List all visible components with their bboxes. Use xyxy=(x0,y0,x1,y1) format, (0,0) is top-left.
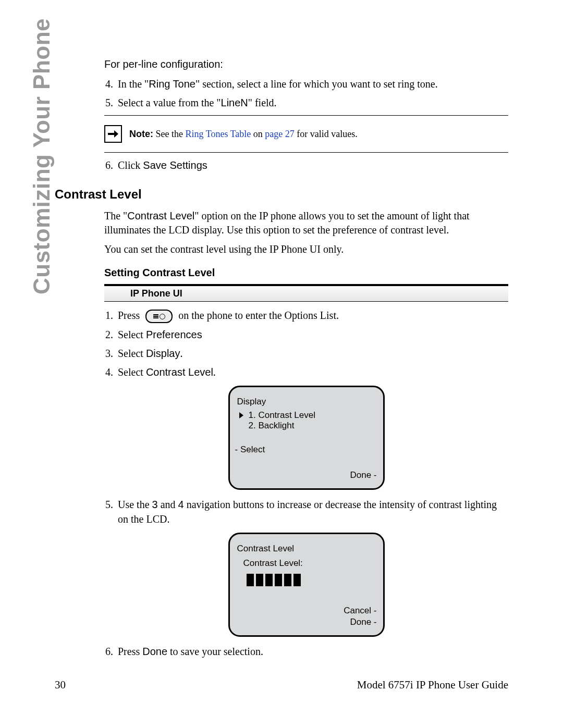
step-6: Click Save Settings xyxy=(116,158,508,172)
text: 1. Contrast Level xyxy=(249,410,316,421)
lcd-title: Contrast Level xyxy=(237,544,376,554)
document-page: Customizing Your Phone For per-line conf… xyxy=(0,0,563,728)
note-label: Note: xyxy=(129,129,153,139)
step-b3: Select Display. xyxy=(116,346,508,361)
text: The " xyxy=(104,210,127,221)
steps-list-a: In the "Ring Tone" section, select a lin… xyxy=(104,77,508,110)
heading-setting-contrast: Setting Contrast Level xyxy=(104,267,508,279)
ui-term-ring-tone: Ring Tone xyxy=(149,78,195,90)
per-line-intro: For per-line configuration: xyxy=(104,57,508,71)
text: . xyxy=(213,366,216,378)
text: Select a value from the " xyxy=(118,97,221,108)
ui-term-linen: LineN xyxy=(221,97,248,108)
ui-term-save-settings: Save Settings xyxy=(143,159,207,171)
steps-list-b3: Press Done to save your selection. xyxy=(104,644,508,659)
text: Click xyxy=(118,159,143,171)
ui-term-contrast-level: Contrast Level xyxy=(127,210,194,221)
step-b5: Use the 3 and 4 navigation buttons to in… xyxy=(116,497,508,526)
link-ring-tones-table[interactable]: Ring Tones Table xyxy=(185,129,251,139)
step-4: In the "Ring Tone" section, select a lin… xyxy=(116,77,508,91)
text: Select xyxy=(118,348,146,359)
step-b2: Select Preferences xyxy=(116,327,508,342)
contrast-bars-icon xyxy=(247,574,376,586)
lcd-title: Display xyxy=(237,397,376,407)
steps-list-b2: Use the 3 and 4 navigation buttons to in… xyxy=(104,497,508,526)
link-page-27[interactable]: page 27 xyxy=(265,129,294,139)
ui-term-preferences: Preferences xyxy=(146,329,202,340)
text: and xyxy=(158,499,178,510)
text: Select xyxy=(118,329,146,340)
lcd-right-options: Cancel - Done - xyxy=(344,605,376,628)
nav-key-4: 4 xyxy=(178,499,184,510)
side-chapter-title: Customizing Your Phone xyxy=(29,18,55,294)
step-b1: Press on the phone to enter the Options … xyxy=(116,308,508,323)
nav-key-3: 3 xyxy=(152,499,158,510)
lcd-contrast-level: Contrast Level Contrast Level: Cancel - … xyxy=(228,533,385,637)
divider xyxy=(104,152,508,153)
lcd-select: - Select xyxy=(235,445,265,455)
main-content: For per-line configuration: In the "Ring… xyxy=(55,57,508,663)
contrast-para-2: You can set the contrast level using the… xyxy=(104,242,508,256)
text: on the phone to enter the Options List. xyxy=(176,310,339,321)
text: Press xyxy=(118,646,142,657)
note-text: Note: See the Ring Tones Table on page 2… xyxy=(129,129,358,140)
ui-term-done: Done xyxy=(142,646,167,657)
lcd-cancel: Cancel - xyxy=(344,605,376,616)
text: In the " xyxy=(118,78,149,90)
lcd-done: Done - xyxy=(344,616,376,628)
step-b6: Press Done to save your selection. xyxy=(116,644,508,659)
text: to save your selection. xyxy=(167,646,263,657)
ui-term-contrast-level: Contrast Level xyxy=(146,366,213,378)
divider xyxy=(104,115,508,116)
lcd-display-menu: Display 1. Contrast Level 2. Backlight -… xyxy=(228,386,385,490)
guide-title: Model 6757i IP Phone User Guide xyxy=(357,678,508,692)
steps-list-b: Press on the phone to enter the Options … xyxy=(104,308,508,379)
options-button-icon xyxy=(145,310,173,323)
lcd-item-1: 1. Contrast Level xyxy=(237,410,376,421)
lcd-done: Done - xyxy=(350,470,376,481)
heading-contrast-level: Contrast Level xyxy=(55,187,508,202)
lcd-label: Contrast Level: xyxy=(237,558,376,569)
text: Done - xyxy=(350,470,376,481)
ip-phone-ui-bar: IP Phone UI xyxy=(104,284,508,302)
text: . xyxy=(180,348,182,359)
lcd-item-2: 2. Backlight xyxy=(237,421,376,431)
note-block: Note: See the Ring Tones Table on page 2… xyxy=(104,121,508,147)
contrast-para-1: The "Contrast Level" option on the IP ph… xyxy=(104,209,508,237)
step-5: Select a value from the "LineN" field. xyxy=(116,95,508,110)
page-number: 30 xyxy=(55,678,66,692)
step-b4: Select Contrast Level. xyxy=(116,365,508,379)
text: Use the xyxy=(118,499,152,510)
triangle-cursor-icon xyxy=(239,412,243,418)
text: 2. Backlight xyxy=(249,421,295,431)
page-footer: 30 Model 6757i IP Phone User Guide xyxy=(55,678,508,692)
text: on xyxy=(251,129,265,139)
text: Select xyxy=(118,366,146,378)
text: " field. xyxy=(248,97,277,108)
text: See the xyxy=(153,129,185,139)
steps-list-a2: Click Save Settings xyxy=(104,158,508,172)
text: Press xyxy=(118,310,142,321)
text: " section, select a line for which you w… xyxy=(195,78,438,90)
text: for valid values. xyxy=(295,129,358,139)
ui-term-display: Display xyxy=(146,348,180,359)
arrow-note-icon xyxy=(104,125,122,143)
